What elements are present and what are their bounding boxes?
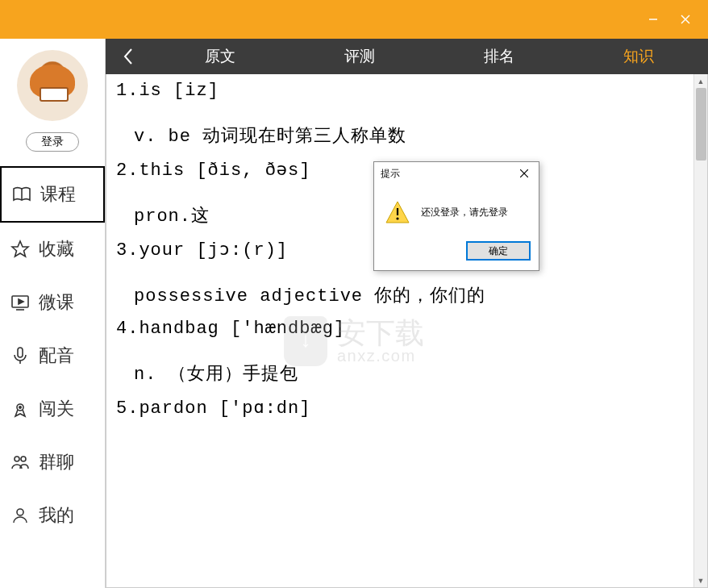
play-icon xyxy=(10,292,31,313)
article-body: 1.is [iz] v. be 动词现在时第三人称单数 2.this [ðis,… xyxy=(106,74,708,588)
vocab-entry: 4.handbag ['hændbæg] n. （女用）手提包 xyxy=(116,319,698,386)
sidebar-item-group[interactable]: 群聊 xyxy=(0,436,105,489)
scroll-thumb[interactable] xyxy=(696,88,706,161)
warning-icon xyxy=(385,201,410,223)
sidebar-item-label: 我的 xyxy=(39,503,74,528)
svg-point-13 xyxy=(21,457,26,461)
svg-marker-6 xyxy=(19,299,23,304)
mic-icon xyxy=(10,345,31,366)
sidebar-item-challenge[interactable]: 闯关 xyxy=(0,382,105,436)
vocab-entry: 5.pardon ['pɑ:dn] xyxy=(116,397,698,419)
close-button[interactable] xyxy=(669,0,702,39)
nav: 课程 收藏 微课 配音 xyxy=(0,166,105,542)
sidebar-item-label: 闯关 xyxy=(39,397,74,421)
entry-head: 4.handbag ['hændbæg] xyxy=(116,319,698,339)
minimize-button[interactable] xyxy=(637,0,669,39)
ok-button[interactable]: 确定 xyxy=(466,241,531,261)
avatar[interactable] xyxy=(17,50,88,121)
dialog-message: 还没登录，请先登录 xyxy=(421,206,508,219)
svg-point-12 xyxy=(15,457,19,461)
dialog-footer: 确定 xyxy=(374,236,539,270)
svg-point-14 xyxy=(17,509,23,515)
dialog-titlebar: 提示 xyxy=(374,162,539,185)
sidebar: 登录 课程 收藏 微课 xyxy=(0,39,106,588)
person-icon xyxy=(10,505,31,526)
tab-original[interactable]: 原文 xyxy=(151,46,290,67)
vocab-entry: 1.is [iz] v. be 动词现在时第三人称单数 xyxy=(116,81,698,148)
svg-point-19 xyxy=(396,217,398,219)
entry-def: n. （女用）手提包 xyxy=(116,361,698,386)
sidebar-item-dub[interactable]: 配音 xyxy=(0,329,105,382)
sidebar-item-mine[interactable]: 我的 xyxy=(0,489,105,542)
tab-evaluate[interactable]: 评测 xyxy=(290,46,430,67)
sidebar-item-label: 群聊 xyxy=(39,450,74,474)
sidebar-item-micro[interactable]: 微课 xyxy=(0,276,105,329)
sidebar-item-label: 收藏 xyxy=(39,237,74,261)
entry-def: possessive adjective 你的，你们的 xyxy=(116,283,698,307)
back-button[interactable] xyxy=(106,48,151,65)
svg-marker-4 xyxy=(12,241,28,256)
sidebar-item-courses[interactable]: 课程 xyxy=(0,166,105,223)
titlebar xyxy=(0,0,708,39)
dialog-body: 还没登录，请先登录 xyxy=(374,185,539,236)
sidebar-item-favorites[interactable]: 收藏 xyxy=(0,223,105,276)
book-icon xyxy=(11,184,32,205)
sidebar-item-label: 微课 xyxy=(39,290,74,315)
group-icon xyxy=(10,452,31,473)
target-icon xyxy=(10,398,31,419)
dialog-close-button[interactable] xyxy=(514,165,534,181)
entry-head: 1.is [iz] xyxy=(116,81,698,101)
entry-head: 5.pardon ['pɑ:dn] xyxy=(116,397,698,419)
entry-def: v. be 动词现在时第三人称单数 xyxy=(116,123,698,148)
scrollbar[interactable]: ▲ ▼ xyxy=(693,74,707,587)
star-icon xyxy=(10,239,31,260)
scroll-down-button[interactable]: ▼ xyxy=(694,573,707,587)
svg-point-11 xyxy=(19,407,21,408)
tabbar: 原文 评测 排名 知识 xyxy=(106,39,708,74)
svg-rect-8 xyxy=(18,348,23,357)
login-button[interactable]: 登录 xyxy=(26,132,79,152)
tab-knowledge[interactable]: 知识 xyxy=(568,46,708,67)
content: 原文 评测 排名 知识 1.is [iz] v. be 动词现在时第三人称单数 … xyxy=(106,39,708,588)
dialog-title-text: 提示 xyxy=(381,167,400,181)
sidebar-item-label: 配音 xyxy=(39,344,74,368)
sidebar-item-label: 课程 xyxy=(40,182,76,206)
scroll-up-button[interactable]: ▲ xyxy=(694,74,707,88)
tab-rank[interactable]: 排名 xyxy=(430,46,569,67)
login-dialog: 提示 还没登录，请先登录 确定 xyxy=(373,161,539,271)
